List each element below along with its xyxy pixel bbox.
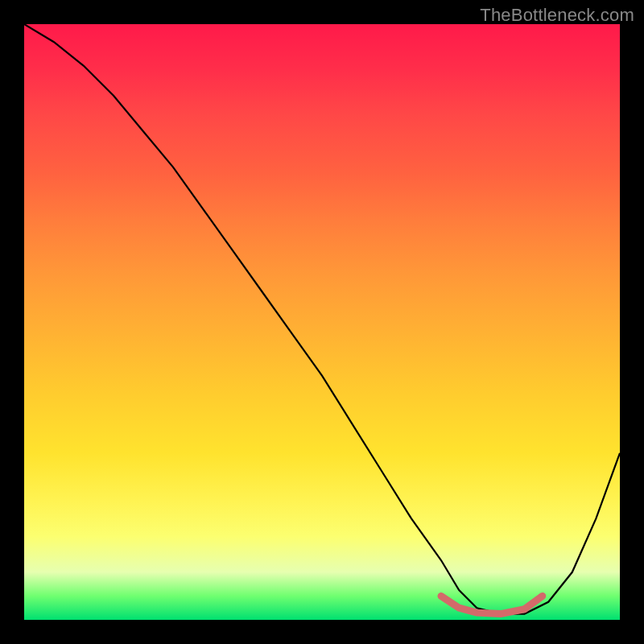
optimal-band: [441, 596, 543, 613]
bottleneck-curve: [24, 24, 620, 614]
chart-frame: TheBottleneck.com: [0, 0, 644, 644]
watermark-text: TheBottleneck.com: [480, 5, 634, 26]
plot-area: [24, 24, 620, 620]
curve-layer: [24, 24, 620, 620]
